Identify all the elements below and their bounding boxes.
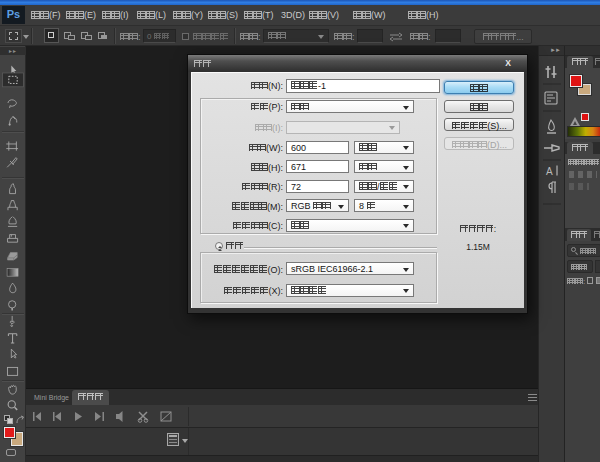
svg-text:A: A	[546, 166, 553, 177]
